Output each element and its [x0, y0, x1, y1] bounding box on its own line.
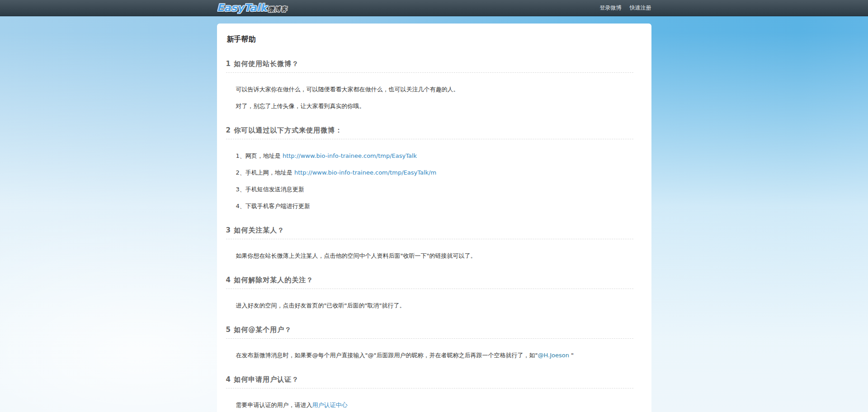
mobile-url-link[interactable]: http://www.bio-info-trainee.com/tmp/Easy…: [294, 169, 436, 176]
paragraph-text: 如果你想在站长微薄上关注某人，点击他的空间中个人资料后面"收听一下"的链接就可以…: [236, 252, 476, 259]
top-nav: 登录微博 快速注册: [600, 4, 651, 12]
help-sections: 1 如何使用站长微博？可以告诉大家你在做什么，可以随便看看大家都在做什么，也可以…: [226, 60, 633, 412]
paragraph-text: 可以告诉大家你在做什么，可以随便看看大家都在做什么，也可以关注几个有趣的人。: [236, 86, 459, 93]
header-container: EasyTalk 微博客 登录微博 快速注册: [217, 0, 651, 16]
paragraph-text: ": [569, 352, 574, 359]
section-paragraph: 1、网页，地址是 http://www.bio-info-trainee.com…: [226, 152, 633, 160]
section-paragraph: 如果你想在站长微薄上关注某人，点击他的空间中个人资料后面"收听一下"的链接就可以…: [226, 252, 633, 260]
section-paragraph: 对了，别忘了上传头像，让大家看到真实的你哦。: [226, 102, 633, 110]
paragraph-text: 在发布新微博消息时，如果要@每个用户直接输入"@"后面跟用户的昵称，并在者昵称之…: [236, 352, 538, 359]
help-card: 新手帮助 1 如何使用站长微博？可以告诉大家你在做什么，可以随便看看大家都在做什…: [217, 24, 651, 412]
top-header-bar: EasyTalk 微博客 登录微博 快速注册: [0, 0, 868, 16]
mention-example: @H.Joeson: [538, 352, 569, 359]
paragraph-text: 2、手机上网，地址是: [236, 169, 294, 176]
web-url-link[interactable]: http://www.bio-info-trainee.com/tmp/Easy…: [283, 152, 417, 159]
help-section: 1 如何使用站长微博？可以告诉大家你在做什么，可以随便看看大家都在做什么，也可以…: [226, 60, 633, 110]
section-heading: 1 如何使用站长微博？: [226, 60, 633, 73]
paragraph-text: 进入好友的空间，点击好友首页的"已收听"后面的"取消"就行了。: [236, 302, 406, 309]
help-section: 2 你可以通过以下方式来使用微博：1、网页，地址是 http://www.bio…: [226, 126, 633, 210]
section-paragraph: 2、手机上网，地址是 http://www.bio-info-trainee.c…: [226, 169, 633, 176]
section-paragraph: 在发布新微博消息时，如果要@每个用户直接输入"@"后面跟用户的昵称，并在者昵称之…: [226, 351, 633, 359]
section-heading: 4 如何解除对某人的关注？: [226, 276, 633, 289]
paragraph-text: 4、下载手机客户端进行更新: [236, 203, 310, 209]
help-section: 4 如何申请用户认证？需要申请认证的用户，请进入用户认证中心: [226, 375, 633, 409]
section-paragraph: 可以告诉大家你在做什么，可以随便看看大家都在做什么，也可以关注几个有趣的人。: [226, 85, 633, 93]
logo-suffix: 微博客: [268, 6, 287, 12]
paragraph-text: 需要申请认证的用户，请进入: [236, 402, 312, 408]
section-paragraph: 3、手机短信发送消息更新: [226, 185, 633, 193]
verification-center-link[interactable]: 用户认证中心: [312, 402, 348, 408]
section-heading: 4 如何申请用户认证？: [226, 375, 633, 388]
section-paragraph: 需要申请认证的用户，请进入用户认证中心: [226, 401, 633, 409]
sky-background: 新手帮助 1 如何使用站长微博？可以告诉大家你在做什么，可以随便看看大家都在做什…: [0, 16, 868, 412]
help-section: 5 如何@某个用户？在发布新微博消息时，如果要@每个用户直接输入"@"后面跟用户…: [226, 326, 633, 359]
section-heading: 2 你可以通过以下方式来使用微博：: [226, 126, 633, 139]
section-heading: 5 如何@某个用户？: [226, 326, 633, 339]
paragraph-text: 对了，别忘了上传头像，让大家看到真实的你哦。: [236, 103, 365, 109]
help-section: 3 如何关注某人？如果你想在站长微薄上关注某人，点击他的空间中个人资料后面"收听…: [226, 226, 633, 260]
help-section: 4 如何解除对某人的关注？进入好友的空间，点击好友首页的"已收听"后面的"取消"…: [226, 276, 633, 309]
paragraph-text: 1、网页，地址是: [236, 152, 283, 159]
page-title: 新手帮助: [226, 35, 642, 43]
section-paragraph: 4、下载手机客户端进行更新: [226, 202, 633, 210]
section-heading: 3 如何关注某人？: [226, 226, 633, 239]
logo-wordmark: EasyTalk: [217, 3, 267, 13]
paragraph-text: 3、手机短信发送消息更新: [236, 186, 304, 193]
nav-register-link[interactable]: 快速注册: [630, 4, 651, 12]
nav-login-link[interactable]: 登录微博: [600, 4, 622, 12]
section-paragraph: 进入好友的空间，点击好友首页的"已收听"后面的"取消"就行了。: [226, 302, 633, 309]
easytalk-logo[interactable]: EasyTalk 微博客: [217, 3, 287, 13]
